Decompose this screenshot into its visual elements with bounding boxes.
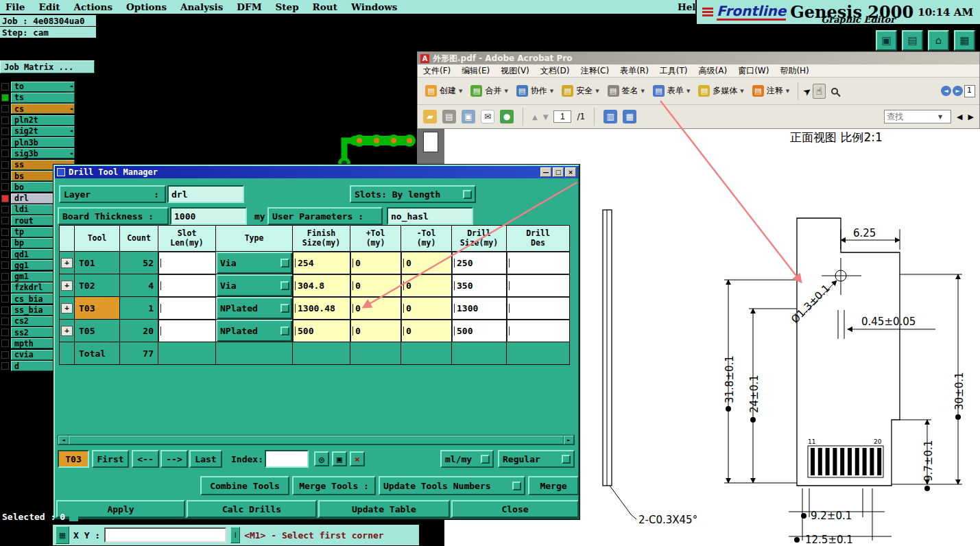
units-dropdown[interactable]: ml/my (440, 450, 494, 468)
upload-icon[interactable]: ● (500, 110, 514, 123)
layer-color-swatch[interactable] (1, 228, 9, 236)
plus-tol-input[interactable]: 0 (350, 252, 401, 274)
dialog-titlebar[interactable]: Drill Tool Manager — □ × (55, 166, 578, 178)
add-tool-button[interactable]: + (61, 258, 73, 268)
slot-len-input[interactable] (158, 274, 216, 297)
plus-tol-input[interactable]: 0 (350, 274, 401, 297)
last-button[interactable]: Last (189, 450, 222, 468)
add-tool-button[interactable]: + (61, 303, 73, 313)
layer-color-swatch[interactable] (1, 284, 9, 292)
layer-color-swatch[interactable] (1, 295, 9, 302)
layer-button-sig3b[interactable]: sig3b◄ (11, 148, 75, 158)
slots-dropdown[interactable]: Slots: By length (350, 185, 476, 203)
page-number-input[interactable] (553, 110, 571, 123)
dropdown-handle[interactable] (280, 281, 289, 290)
acrobat-menu-item[interactable]: 高级(A) (699, 65, 728, 77)
tool-number-cell[interactable]: T05 (75, 320, 120, 342)
minimize-button[interactable]: — (540, 167, 551, 177)
tool-number-cell[interactable]: T02 (75, 274, 120, 297)
fit-width-icon[interactable]: ▥ (603, 110, 617, 123)
highlight-tool-icon[interactable]: ◎ (314, 451, 329, 466)
acrobat-tool-button-6[interactable]: ▤多媒体▼ (695, 83, 747, 99)
next-page-icon[interactable]: ▼ (543, 113, 549, 121)
layer-color-swatch[interactable] (1, 161, 9, 169)
layer-color-swatch[interactable] (1, 105, 9, 112)
acrobat-menu-item[interactable]: 表单(R) (620, 65, 649, 77)
acrobat-tool-button-5[interactable]: ▤表单▼ (649, 83, 693, 99)
layer-color-swatch[interactable] (1, 250, 9, 258)
menu-item-analysis[interactable]: Analysis (180, 1, 223, 12)
update-tools-numbers-dropdown[interactable]: Update Tools Numbers (379, 476, 525, 495)
drill-des-input[interactable] (507, 297, 570, 320)
find-input[interactable] (887, 112, 936, 121)
next-button[interactable]: --> (160, 450, 188, 468)
layer-color-swatch[interactable] (1, 307, 9, 314)
calc-drills-button[interactable]: Calc Drills (187, 500, 317, 518)
acrobat-menu-item[interactable]: 文档(D) (540, 65, 570, 77)
menu-item-file[interactable]: File (5, 1, 25, 12)
acrobat-tool-button-4[interactable]: ▤签名▼ (604, 83, 648, 99)
minus-tol-input[interactable]: 0 (401, 274, 452, 297)
next-view-button[interactable]: ► (953, 86, 963, 96)
job-matrix-button[interactable]: Job Matrix ... (0, 60, 95, 73)
previous-page-icon[interactable]: ▲ (532, 113, 538, 121)
hand-tool-icon[interactable]: ☝ (813, 84, 826, 99)
menu-item-rout[interactable]: Rout (313, 1, 337, 12)
zoom-tool-icon[interactable] (831, 88, 838, 95)
save-icon[interactable]: ▣ (462, 110, 475, 123)
acrobat-tool-button-3[interactable]: ▤安全▼ (558, 83, 602, 99)
drill-des-input[interactable] (507, 274, 570, 297)
layer-color-swatch[interactable] (1, 340, 9, 347)
layer-color-swatch[interactable] (1, 273, 9, 281)
add-tool-button[interactable]: + (61, 326, 73, 336)
layer-color-swatch[interactable] (1, 261, 9, 269)
pages-panel-icon[interactable] (423, 132, 438, 152)
email-icon[interactable]: ✉ (481, 110, 494, 123)
open-icon[interactable]: ▰ (423, 110, 437, 123)
layer-color-swatch[interactable] (1, 318, 9, 325)
acrobat-menu-item[interactable]: 文件(F) (423, 65, 451, 77)
dropdown-handle[interactable] (562, 455, 571, 464)
finish-size-input[interactable]: 304.8 (293, 274, 350, 297)
merge-button[interactable]: Merge (528, 476, 579, 495)
scroll-right-icon[interactable]: ► (564, 436, 574, 444)
minus-tol-input[interactable]: 0 (401, 297, 452, 320)
acrobat-menu-item[interactable]: 视图(V) (501, 65, 529, 77)
board-thickness-input[interactable]: 1000 (170, 207, 247, 225)
xy-toggle-button[interactable]: I (230, 527, 240, 543)
finish-size-input[interactable]: 254 (293, 252, 350, 274)
tool-number-cell[interactable]: T03 (75, 297, 120, 320)
layer-button-pln2t[interactable]: pln2t (11, 115, 75, 126)
chevron-down-icon[interactable]: ▼ (938, 114, 942, 120)
add-tool-button[interactable]: + (61, 281, 73, 291)
menu-item-edit[interactable]: Edit (38, 1, 60, 12)
dropdown-handle[interactable] (280, 327, 289, 335)
dropdown-handle[interactable] (481, 455, 490, 464)
dropdown-handle[interactable] (512, 482, 521, 490)
layer-button-to[interactable]: to◄ (11, 82, 75, 92)
minus-tol-input[interactable]: 0 (401, 320, 452, 342)
acrobat-nav-pane[interactable] (417, 129, 444, 165)
acrobat-menu-item[interactable]: 注释(C) (580, 65, 609, 77)
type-dropdown[interactable]: Via (216, 252, 293, 274)
acrobat-menu-item[interactable]: 帮助(H) (780, 65, 809, 77)
scrollbar-thumb[interactable] (69, 436, 564, 444)
dropdown-handle[interactable] (463, 190, 472, 199)
layer-value-input[interactable]: drl (167, 185, 244, 203)
drill-size-input[interactable]: 250 (452, 252, 507, 274)
layer-color-swatch[interactable] (1, 217, 9, 224)
prev-button[interactable]: <-- (132, 450, 159, 468)
acrobat-tool-button-2[interactable]: ▤协作▼ (513, 83, 557, 99)
snapshot-button[interactable]: ▣ (876, 30, 897, 51)
plus-tol-input[interactable]: 0 (350, 320, 401, 342)
acrobat-tool-button-0[interactable]: ▤创建▼ (422, 83, 466, 99)
layer-color-swatch[interactable] (1, 362, 9, 370)
acrobat-tool-button-1[interactable]: ▤合并▼ (467, 83, 511, 99)
layer-button-ts[interactable]: ts (11, 93, 75, 103)
menu-item-actions[interactable]: Actions (74, 1, 112, 12)
layer-color-swatch[interactable] (1, 183, 9, 191)
close-icon[interactable]: × (565, 167, 576, 177)
first-button[interactable]: First (92, 450, 129, 468)
dropdown-handle[interactable] (280, 259, 289, 268)
drill-des-input[interactable] (507, 252, 570, 274)
